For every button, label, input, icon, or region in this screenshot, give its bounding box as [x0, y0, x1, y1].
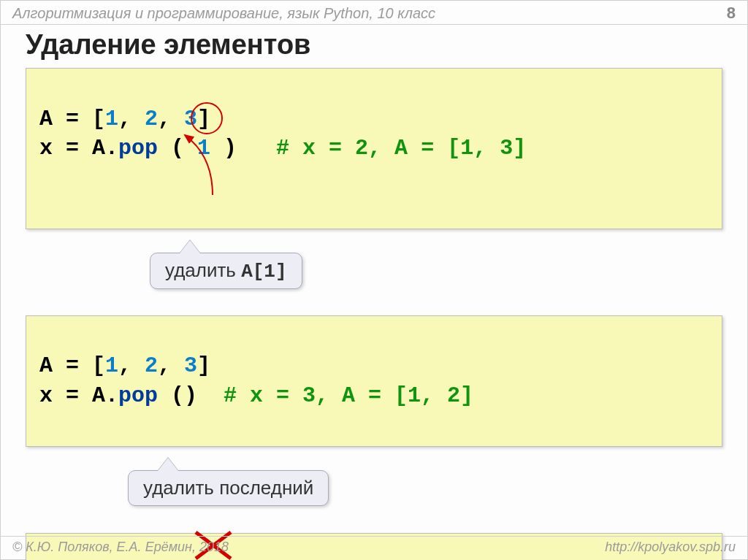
callout-text: удалить [165, 259, 241, 281]
code-text: A = [1, 2, 3] x = A.pop () # x = 3, A = … [39, 353, 473, 408]
callout-text: удалить последний [143, 477, 313, 499]
footer-copyright: © К.Ю. Поляков, Е.А. Ерёмин, 2018 [12, 540, 229, 555]
code-box-pop-last: A = [1, 2, 3] x = A.pop () # x = 3, A = … [26, 315, 722, 447]
header-subject: Алгоритмизация и программирование, язык … [12, 5, 435, 22]
code-text: A = [1, 2, 3] x = A.pop ( 1 ) # x = 2, A… [39, 107, 526, 161]
callout-tail [158, 458, 178, 471]
footer-url: http://kpolyakov.spb.ru [605, 540, 736, 555]
slide: Алгоритмизация и программирование, язык … [0, 0, 748, 560]
callout-code: A[1] [241, 261, 286, 283]
callout-wrap-1: удалить A[1] [26, 253, 722, 294]
code-box-pop-index: A = [1, 2, 3] x = A.pop ( 1 ) # x = 2, A… [26, 68, 722, 229]
callout-delete-last: удалить последний [128, 470, 329, 506]
footer-bar: © К.Ю. Поляков, Е.А. Ерёмин, 2018 http:/… [1, 536, 747, 559]
page-number: 8 [727, 4, 736, 23]
content-area: A = [1, 2, 3] x = A.pop ( 1 ) # x = 2, A… [1, 68, 747, 560]
header-bar: Алгоритмизация и программирование, язык … [1, 1, 747, 25]
callout-wrap-2: удалить последний [26, 470, 722, 511]
slide-title: Удаление элементов [1, 25, 747, 68]
callout-delete-index: удалить A[1] [150, 253, 302, 289]
callout-tail [180, 240, 200, 253]
